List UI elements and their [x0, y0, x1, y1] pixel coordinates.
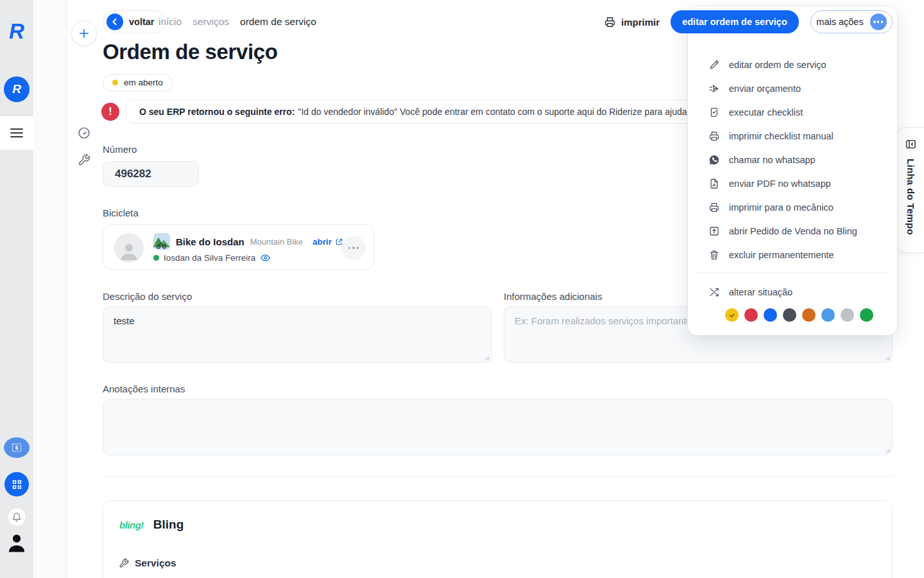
ellipsis-icon	[870, 13, 887, 30]
menu-item-alterar-situacao[interactable]: alterar situação	[688, 280, 897, 304]
upload-square-icon	[708, 225, 720, 237]
print-button[interactable]: imprimir	[604, 10, 660, 33]
bling-integration-card: bling! Bling Serviços	[103, 500, 893, 578]
error-icon: !	[101, 103, 119, 121]
wrench-icon	[78, 153, 90, 166]
more-actions-button[interactable]: mais ações	[810, 10, 893, 33]
secondary-sidebar	[33, 0, 67, 578]
riderize-logo[interactable]: R	[0, 19, 33, 44]
shuffle-icon	[708, 286, 720, 298]
status-badge: em aberto	[103, 74, 173, 91]
section-divider	[103, 477, 893, 477]
app-window: R R voltar inícioserviçosordem de serviç…	[0, 0, 924, 578]
online-dot-icon	[153, 255, 159, 261]
sidebar-item-qrcode[interactable]	[4, 472, 29, 496]
menu-item-imprimir-para-o-mecanico[interactable]: imprimir para o mecânico	[688, 195, 897, 219]
gauge-icon	[77, 126, 91, 140]
bike-photo	[153, 233, 170, 250]
informacoes-label: Informações adicionais	[504, 291, 602, 302]
add-button[interactable]	[71, 21, 97, 46]
menu-item-excluir-permanentemente[interactable]: excluir permanentemente	[688, 243, 897, 267]
view-owner-eye-icon[interactable]	[260, 252, 271, 263]
bike-type: Mountain Bike	[250, 237, 303, 247]
status-color-dot[interactable]	[802, 308, 816, 322]
edit-order-button[interactable]: editar ordem de serviço	[671, 10, 799, 33]
avatar	[114, 233, 144, 263]
sidebar-item-payments[interactable]	[4, 437, 30, 458]
hamburger-icon	[10, 126, 23, 139]
menu-item-chamar-no-whatsapp[interactable]: chamar no whatsapp	[688, 148, 897, 171]
bling-title: Bling	[153, 518, 184, 532]
menu-item-enviar-pdf-no-whatsapp[interactable]: enviar PDF no whatsapp	[688, 171, 897, 195]
whatsapp-icon	[708, 154, 720, 166]
status-dot-icon	[112, 80, 118, 85]
qr-code-icon	[11, 478, 23, 491]
checklist-icon	[708, 107, 720, 118]
breadcrumb-item-servicos[interactable]: serviços	[193, 16, 229, 28]
breadcrumb-item-ordem-de-servico[interactable]: ordem de serviço	[240, 16, 316, 28]
anotacoes-textarea[interactable]	[103, 399, 893, 455]
send-icon	[708, 83, 720, 94]
bike-card-more-button[interactable]	[341, 236, 366, 260]
numero-label: Número	[103, 144, 137, 155]
banknote-icon	[10, 441, 23, 454]
status-color-dot[interactable]	[783, 308, 796, 322]
status-color-dot[interactable]	[725, 308, 739, 322]
breadcrumb: inícioserviçosordem de serviço	[158, 10, 316, 33]
chevron-left-icon	[107, 13, 123, 30]
status-color-dot[interactable]	[841, 308, 854, 322]
menu-divider	[698, 272, 887, 273]
user-icon	[6, 532, 28, 554]
bling-services-label: Serviços	[135, 557, 176, 569]
status-color-dot[interactable]	[821, 308, 835, 322]
descricao-textarea[interactable]: teste	[103, 306, 492, 363]
printer-icon	[604, 16, 616, 28]
panel-collapse-icon	[905, 138, 917, 153]
bling-logo: bling!	[119, 520, 144, 530]
sidebar-item-profile[interactable]	[6, 532, 28, 556]
status-color-picker	[688, 308, 897, 322]
status-color-dot[interactable]	[764, 308, 777, 322]
descricao-label: Descrição do serviço	[103, 291, 192, 302]
page-title: Ordem de serviço	[103, 40, 277, 64]
printer-icon	[708, 130, 720, 142]
bike-card: Bike do Iosdan Mountain Bike abrir Iosda…	[103, 224, 374, 270]
back-button[interactable]: voltar	[103, 10, 166, 33]
bike-owner: Iosdan da Silva Ferreira	[164, 253, 255, 263]
pdf-icon	[708, 178, 720, 189]
menu-item-executar-checklist[interactable]: executar checklist	[688, 100, 897, 124]
sidebar-item-menu[interactable]	[0, 116, 33, 150]
plus-icon	[78, 27, 90, 40]
trash-icon	[708, 249, 720, 261]
numero-input[interactable]	[103, 161, 199, 187]
bicicleta-label: Bicicleta	[103, 207, 139, 218]
menu-item-enviar-orcamento[interactable]: enviar orçamento	[688, 76, 897, 100]
timeline-label: Linha do Tempo	[905, 159, 916, 235]
workspace-avatar[interactable]: R	[4, 76, 30, 102]
menu-item-editar-ordem-de-servico[interactable]: editar ordem de serviço	[688, 53, 897, 76]
wrench-icon	[119, 558, 129, 568]
breadcrumb-item-inicio[interactable]: início	[158, 16, 182, 28]
menu-item-abrir-pedido-de-venda-no-bling[interactable]: abrir Pedido de Venda no Bling	[688, 219, 897, 243]
bell-icon	[12, 512, 22, 522]
status-color-dot[interactable]	[860, 308, 873, 322]
pencil-icon	[708, 59, 720, 71]
printer-icon	[708, 202, 720, 213]
menu-item-imprimir-checklist-manual[interactable]: imprimir checklist manual	[688, 124, 897, 148]
sidebar-item-services[interactable]	[78, 153, 90, 166]
status-color-dot[interactable]	[744, 308, 758, 322]
timeline-panel-tab[interactable]: Linha do Tempo	[896, 127, 924, 253]
check-icon	[728, 311, 737, 320]
primary-sidebar: R R	[0, 0, 33, 578]
more-actions-menu: editar ordem de serviçoenviar orçamentoe…	[688, 6, 897, 335]
sidebar-item-dashboard[interactable]	[77, 126, 91, 140]
sidebar-item-notifications[interactable]	[7, 507, 26, 527]
anotacoes-label: Anotações internas	[103, 383, 185, 394]
open-bike-link[interactable]: abrir	[312, 237, 343, 247]
bike-name: Bike do Iosdan	[176, 236, 244, 247]
